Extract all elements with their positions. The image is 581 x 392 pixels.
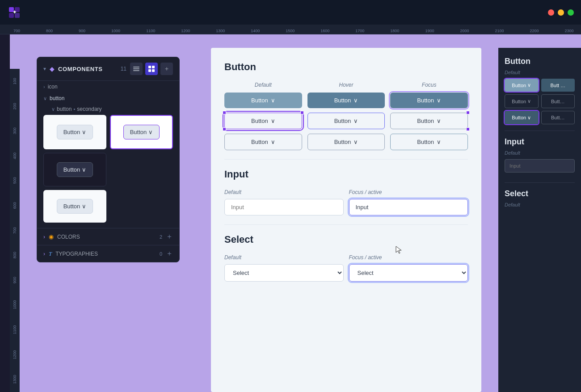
right-input-title: Input bbox=[505, 137, 575, 147]
button-outline-default-selected[interactable]: Button ∨ bbox=[224, 113, 302, 129]
right-button-teal-overflow-1[interactable]: Butt … bbox=[541, 79, 575, 92]
ruler-mark: 900 bbox=[79, 29, 85, 33]
selection-handle-tr bbox=[300, 111, 304, 114]
ruler-mark: 1300 bbox=[216, 29, 225, 33]
input-default-label: Default bbox=[224, 189, 344, 195]
right-button-outline-2[interactable]: Butt… bbox=[541, 94, 575, 108]
v-ruler-mark: 300 bbox=[10, 126, 20, 136]
colors-count: 2 bbox=[160, 234, 162, 240]
select-row: Select Select bbox=[224, 264, 468, 282]
button-text: Butt… bbox=[551, 99, 565, 104]
v-ruler-mark: 500 bbox=[10, 176, 20, 185]
component-card-light-1[interactable]: Button ∨ bbox=[43, 115, 106, 149]
chevron-down-icon: ∨ bbox=[527, 82, 531, 88]
button-outline-hover-selected[interactable]: Button ∨ bbox=[307, 113, 385, 129]
right-divider-2 bbox=[505, 182, 575, 183]
svg-rect-5 bbox=[133, 67, 139, 67]
button-text: Button bbox=[334, 118, 351, 124]
chevron-down-icon: ∨ bbox=[437, 97, 441, 104]
selection-handle-tl bbox=[223, 111, 226, 114]
chevron-down-icon: ∨ bbox=[527, 115, 531, 121]
chevron-down-icon: ∨ bbox=[82, 203, 86, 210]
component-grid: Button ∨ Button ∨ Button ∨ Button bbox=[37, 115, 179, 228]
add-typography-button[interactable]: ＋ bbox=[166, 249, 173, 258]
close-button[interactable] bbox=[548, 9, 554, 16]
select-default-label: Default bbox=[224, 254, 344, 261]
button-text: Button bbox=[417, 139, 434, 145]
panel-count: 11 bbox=[121, 66, 126, 72]
canvas[interactable]: 100 200 300 400 500 600 700 800 900 1000… bbox=[10, 34, 581, 392]
right-button-outline-3[interactable]: Butt… bbox=[541, 111, 575, 124]
tree-separator-dot: • bbox=[73, 106, 75, 112]
selection-handle-bl bbox=[223, 127, 226, 131]
input-default-field[interactable] bbox=[224, 199, 344, 215]
horizontal-ruler: 700 800 900 1000 1100 1200 1300 1400 150… bbox=[0, 25, 581, 34]
button-outline-focus[interactable]: Button ∨ bbox=[390, 134, 468, 150]
component-button-light-1[interactable]: Button ∨ bbox=[57, 125, 93, 139]
tree-item-button-secondary[interactable]: ∨ button • secondary bbox=[37, 104, 179, 115]
button-primary-hover[interactable]: Button ∨ bbox=[307, 93, 385, 108]
button-outline-focus-selected[interactable]: Button ∨ bbox=[390, 113, 468, 129]
v-ruler-mark: 1100 bbox=[10, 325, 20, 334]
right-select-title: Select bbox=[505, 189, 575, 198]
right-input-field[interactable] bbox=[505, 159, 575, 173]
chevron-down-icon: ∨ bbox=[437, 118, 441, 124]
select-state-labels: Default Focus / active bbox=[224, 254, 468, 261]
component-card-dark-1[interactable]: Button ∨ bbox=[43, 153, 106, 186]
panel-actions: ＋ bbox=[130, 63, 173, 75]
component-button-bottom[interactable]: Button ∨ bbox=[57, 199, 93, 214]
input-section-title: Input bbox=[224, 169, 468, 180]
button-text: Butt bbox=[550, 83, 559, 88]
right-button-row-1: Button ∨ Butt … bbox=[505, 79, 575, 92]
panel-collapse-icon[interactable]: ▾ bbox=[43, 66, 46, 72]
input-focus-label: Focus / active bbox=[349, 189, 468, 195]
ruler-mark: 2100 bbox=[495, 29, 504, 33]
component-button-dark-1[interactable]: Button ∨ bbox=[57, 162, 93, 177]
tree-chevron-icon: ∨ bbox=[43, 96, 47, 101]
component-card-light-2[interactable]: Button ∨ bbox=[110, 115, 173, 149]
right-button-teal-1[interactable]: Button ∨ bbox=[505, 79, 539, 92]
ruler-mark: 1100 bbox=[146, 29, 155, 33]
typographies-label: TYPOGRAPHIES bbox=[55, 251, 156, 257]
tree-secondary-label: secondary bbox=[77, 106, 101, 112]
button-primary-default[interactable]: Button ∨ bbox=[224, 93, 302, 108]
svg-rect-8 bbox=[148, 66, 151, 68]
selected-button-wrapper-3: Button ∨ bbox=[390, 113, 468, 129]
button-text: Button bbox=[417, 97, 434, 104]
right-input-default-label: Default bbox=[505, 150, 575, 156]
v-ruler-mark: 200 bbox=[10, 101, 20, 111]
tree-secondary-chevron-icon: ∨ bbox=[51, 106, 55, 112]
select-default-field[interactable]: Select bbox=[224, 264, 344, 282]
right-button-outline-1[interactable]: Button ∨ bbox=[505, 94, 539, 108]
button-outline-default[interactable]: Button ∨ bbox=[224, 134, 302, 150]
button-outline-hover[interactable]: Button ∨ bbox=[307, 134, 385, 150]
right-button-title: Button bbox=[505, 57, 575, 66]
button-section-title: Button bbox=[224, 61, 468, 73]
input-focused-field[interactable] bbox=[349, 199, 468, 215]
add-color-button[interactable]: ＋ bbox=[166, 232, 173, 241]
right-button-active-3[interactable]: Button ∨ bbox=[505, 111, 539, 124]
ruler-mark: 700 bbox=[13, 29, 20, 33]
maximize-button[interactable] bbox=[568, 9, 574, 16]
component-card-bottom[interactable]: Button ∨ bbox=[43, 190, 106, 223]
list-view-button[interactable] bbox=[130, 63, 143, 75]
typographies-section-row[interactable]: › T TYPOGRAPHIES 0 ＋ bbox=[37, 245, 179, 262]
right-divider-1 bbox=[505, 131, 575, 131]
grid-view-button[interactable] bbox=[145, 63, 158, 75]
tree-item-icon[interactable]: › icon bbox=[37, 81, 179, 93]
button-label: Button bbox=[63, 166, 80, 173]
select-section: Select Default Focus / active Select Sel… bbox=[224, 234, 468, 282]
button-primary-focus[interactable]: Button ∨ bbox=[390, 93, 468, 108]
add-component-button[interactable]: ＋ bbox=[160, 63, 173, 75]
component-button-selected[interactable]: Button ∨ bbox=[123, 125, 160, 139]
select-focused-field[interactable]: Select bbox=[349, 264, 468, 282]
colors-section-row[interactable]: › ◉ COLORS 2 ＋ bbox=[37, 228, 179, 245]
v-ruler-mark: 1300 bbox=[10, 375, 20, 384]
chevron-down-icon: ∨ bbox=[271, 118, 275, 124]
right-select-default-label: Default bbox=[505, 202, 575, 207]
button-text: Button bbox=[417, 118, 434, 124]
tree-item-button[interactable]: ∨ button bbox=[37, 93, 179, 104]
minimize-button[interactable] bbox=[558, 9, 564, 16]
ruler-mark: 1400 bbox=[251, 29, 260, 33]
button-text: Button bbox=[334, 97, 351, 104]
